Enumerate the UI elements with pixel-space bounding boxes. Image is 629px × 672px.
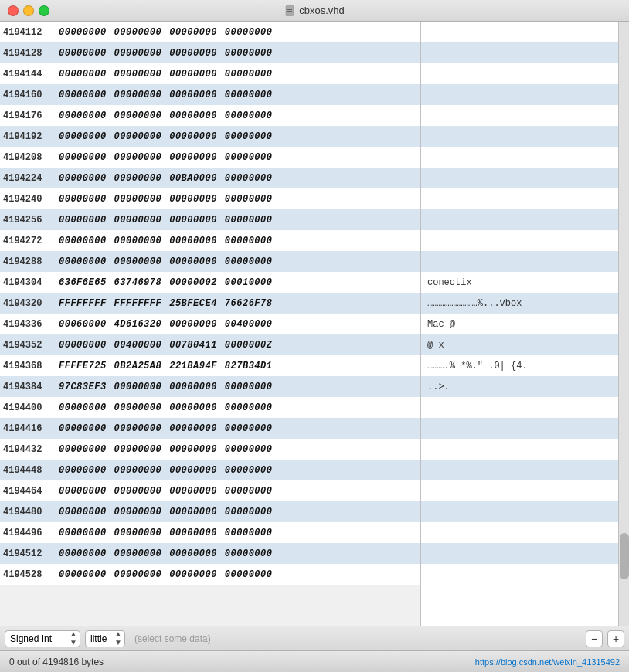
hex-row[interactable]: 419412800000000000000000000000000000000: [0, 42, 420, 63]
hex-row[interactable]: 419424000000000000000000000000000000000: [0, 188, 420, 209]
hex-byte-group: 00000000: [59, 340, 107, 351]
hex-byte-group: 00000000: [59, 256, 107, 267]
hex-byte-group: 00000000: [169, 69, 217, 80]
hex-bytes: 00000000000000000000000000000000: [56, 110, 420, 121]
hex-row[interactable]: 4194224000000000000000000BA000000000000: [0, 168, 420, 188]
ascii-row: [421, 439, 618, 460]
ascii-row: [421, 564, 618, 585]
hex-row[interactable]: 419448000000000000000000000000000000000: [0, 501, 420, 522]
hex-byte-group: 00400000: [114, 340, 162, 351]
hex-byte-group: 00000000: [225, 152, 273, 163]
hex-byte-group: 00000000: [225, 423, 273, 434]
hex-bytes: FFFFE7250B2A25A8221BA94F827B34D1: [56, 361, 420, 372]
hex-row[interactable]: 419427200000000000000000000000000000000: [0, 230, 420, 251]
status-link[interactable]: https://blog.csdn.net/weixin_41315492: [475, 657, 620, 667]
hex-byte-group: 00400000: [225, 319, 273, 330]
hex-bytes: 00000000000000000000000000000000: [56, 402, 420, 413]
hex-row[interactable]: 419411200000000000000000000000000000000: [0, 22, 420, 42]
signed-int-select[interactable]: Signed Int Unsigned Int Float: [5, 630, 80, 647]
hex-byte-group: 00000000: [114, 236, 162, 246]
hex-row[interactable]: 419420800000000000000000000000000000000: [0, 147, 420, 168]
hex-byte-group: 00000000: [59, 236, 107, 246]
hex-row[interactable]: 4194304636F6E65637469780000000200010000: [0, 272, 420, 293]
hex-byte-group: 00000000: [114, 507, 162, 518]
hex-byte-group: 00000000: [114, 444, 162, 455]
scrollbar-track[interactable]: [618, 22, 629, 626]
hex-byte-group: 827B34D1: [225, 361, 273, 372]
hex-byte-group: 00000000: [225, 110, 273, 121]
hex-row[interactable]: 4194368FFFFE7250B2A25A8221BA94F827B34D1: [0, 355, 420, 376]
hex-byte-group: 00000000: [114, 528, 162, 538]
hex-row[interactable]: 41943520000000000400000007804110000000Z: [0, 334, 420, 355]
hex-row[interactable]: 419416000000000000000000000000000000000: [0, 84, 420, 105]
svg-rect-1: [287, 8, 292, 8]
ascii-row: [421, 147, 618, 168]
minus-button[interactable]: −: [586, 630, 603, 647]
hex-address: 4194480: [0, 507, 56, 518]
hex-address: 4194176: [0, 110, 56, 121]
hex-row[interactable]: 419443200000000000000000000000000000000: [0, 439, 420, 460]
content-wrapper: 4194112000000000000000000000000000000004…: [0, 22, 629, 672]
hex-row[interactable]: 419451200000000000000000000000000000000: [0, 543, 420, 564]
hex-row[interactable]: 4194320FFFFFFFFFFFFFFFF25BFECE476626F78: [0, 293, 420, 314]
ascii-row: [421, 42, 618, 63]
hex-byte-group: 00000000: [225, 528, 273, 538]
hex-row[interactable]: 419428800000000000000000000000000000000: [0, 251, 420, 272]
hex-byte-group: 00000000: [225, 444, 273, 455]
hex-address: 4194320: [0, 298, 56, 309]
hex-byte-group: 00000000: [169, 382, 217, 392]
hex-row[interactable]: 419425600000000000000000000000000000000: [0, 209, 420, 230]
hex-byte-group: 00000000: [225, 215, 273, 226]
hex-byte-group: 00000000: [114, 194, 162, 205]
hex-byte-group: 00000000: [59, 69, 107, 80]
hex-address: 4194144: [0, 69, 56, 80]
maximize-button[interactable]: [39, 5, 49, 16]
hex-address: 4194288: [0, 256, 56, 267]
hex-byte-group: 00000000: [169, 528, 217, 538]
hex-row[interactable]: 419444800000000000000000000000000000000: [0, 460, 420, 480]
hex-row[interactable]: 419417600000000000000000000000000000000: [0, 105, 420, 126]
ascii-row: ..>.: [421, 376, 618, 397]
hex-byte-group: 00000002: [169, 277, 217, 288]
hex-byte-group: 636F6E65: [59, 277, 107, 288]
byte-info: 0 out of 4194816 bytes: [9, 657, 104, 667]
hex-byte-group: 00000000: [225, 465, 273, 476]
hex-row[interactable]: 419438497C83EF3000000000000000000000000: [0, 376, 420, 397]
window-title: cbxos.vhd: [299, 5, 345, 16]
hex-address: 4194368: [0, 361, 56, 372]
hex-address: 4194528: [0, 569, 56, 580]
hex-byte-group: 00000000: [225, 90, 273, 100]
hex-row[interactable]: 4194336000600004D6163200000000000400000: [0, 314, 420, 334]
hex-byte-group: 00000000: [225, 194, 273, 205]
scrollbar-thumb[interactable]: [620, 533, 629, 579]
hex-byte-group: 00000000: [169, 402, 217, 413]
minimize-button[interactable]: [23, 5, 34, 16]
hex-bytes: 97C83EF3000000000000000000000000: [56, 382, 420, 392]
ascii-row: [421, 22, 618, 42]
hex-byte-group: 00000000: [59, 215, 107, 226]
close-button[interactable]: [8, 5, 19, 16]
hex-row[interactable]: 419452800000000000000000000000000000000: [0, 564, 420, 585]
window-controls[interactable]: [8, 5, 49, 16]
hex-row[interactable]: 419440000000000000000000000000000000000: [0, 397, 420, 418]
hex-row[interactable]: 419419200000000000000000000000000000000: [0, 126, 420, 147]
hex-bytes: 00000000000000000000000000000000: [56, 465, 420, 476]
hex-address: 4194256: [0, 215, 56, 226]
ascii-row: [421, 209, 618, 230]
hex-byte-group: 00000000: [225, 402, 273, 413]
hex-byte-group: 00000000: [225, 569, 273, 580]
hex-bytes: 00000000000000000000000000000000: [56, 27, 420, 38]
hex-byte-group: 00000000: [59, 27, 107, 38]
hex-row[interactable]: 419446400000000000000000000000000000000: [0, 480, 420, 501]
hex-row[interactable]: 419449600000000000000000000000000000000: [0, 522, 420, 543]
hex-row[interactable]: 419441600000000000000000000000000000000: [0, 418, 420, 439]
plus-button[interactable]: +: [607, 630, 624, 647]
endian-select[interactable]: little big: [85, 630, 125, 647]
hex-address: 4194336: [0, 319, 56, 330]
hex-byte-group: 00000000: [169, 90, 217, 100]
hex-address: 4194496: [0, 528, 56, 538]
hex-byte-group: 00000000: [225, 382, 273, 392]
hex-address: 4194160: [0, 90, 56, 100]
hex-row[interactable]: 419414400000000000000000000000000000000: [0, 63, 420, 84]
bottom-toolbar: Signed Int Unsigned Int Float ▲ ▼ little…: [0, 626, 629, 650]
